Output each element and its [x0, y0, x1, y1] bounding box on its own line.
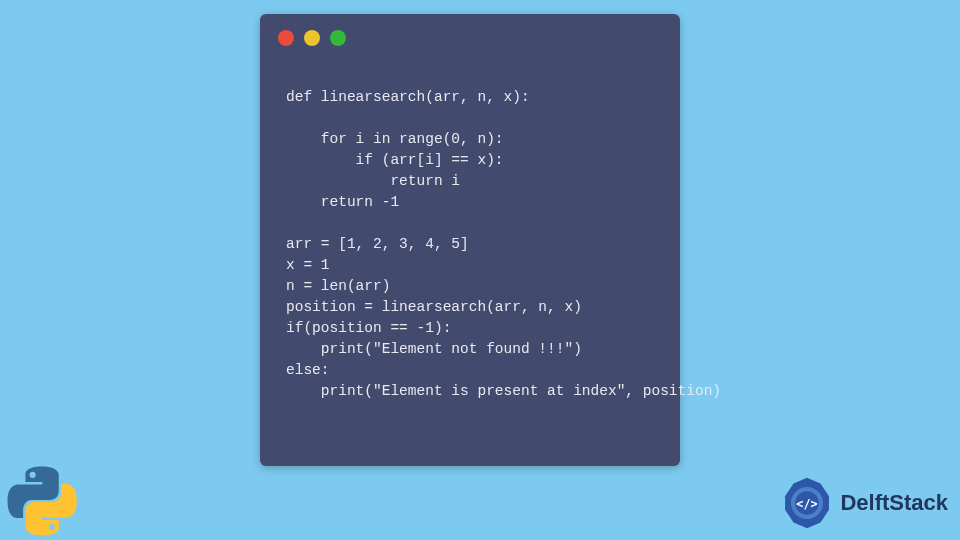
- delftstack-brand: </> DelftStack: [780, 476, 948, 530]
- delftstack-wordmark: DelftStack: [840, 490, 948, 516]
- delftstack-gear-icon: </>: [780, 476, 834, 530]
- minimize-icon: [304, 30, 320, 46]
- code-block: def linearsearch(arr, n, x): for i in ra…: [286, 87, 668, 402]
- window-titlebar: [278, 30, 346, 46]
- svg-text:</>: </>: [797, 497, 818, 511]
- python-logo-icon: [6, 465, 78, 537]
- maximize-icon: [330, 30, 346, 46]
- close-icon: [278, 30, 294, 46]
- code-window: def linearsearch(arr, n, x): for i in ra…: [260, 14, 680, 466]
